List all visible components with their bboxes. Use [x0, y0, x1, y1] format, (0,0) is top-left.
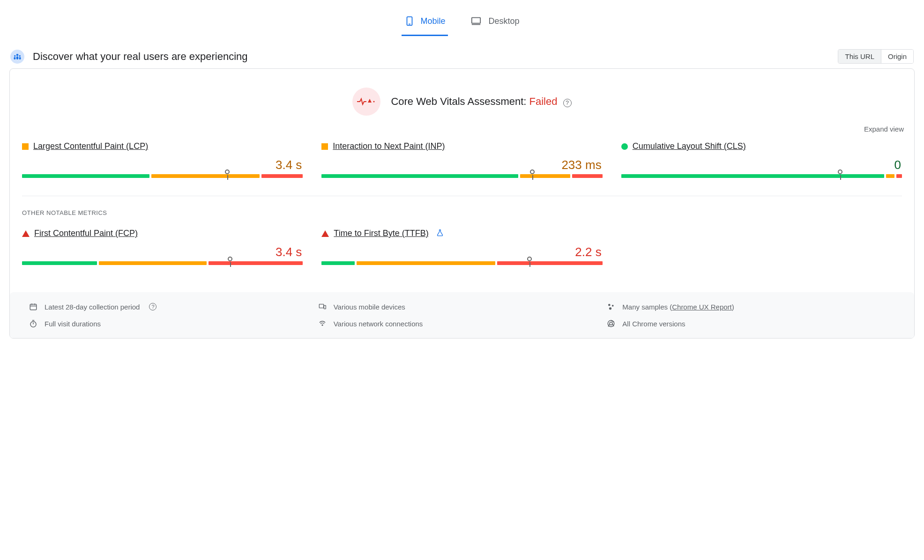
metric: Interaction to Next Paint (INP)233 ms [321, 141, 602, 184]
footer-samples: Many samples (Chrome UX Report) [606, 302, 895, 311]
bar-segment-red [261, 174, 303, 178]
mobile-icon [404, 14, 415, 28]
devices-icon [318, 303, 327, 310]
bar-segment-amber [886, 174, 894, 178]
device-tabs: Mobile Desktop [0, 0, 924, 36]
bar-segment-green [621, 174, 885, 178]
assessment-status: Failed [529, 96, 558, 107]
bar-segment-red [209, 261, 303, 265]
metric-name-link[interactable]: First Contentful Paint (FCP) [34, 228, 138, 238]
svg-rect-2 [472, 18, 480, 23]
seg-this-url[interactable]: This URL [838, 50, 881, 63]
bar-segment-green [22, 261, 97, 265]
svg-point-20 [609, 307, 611, 309]
metric-name-link[interactable]: Cumulative Layout Shift (CLS) [633, 141, 746, 151]
svg-point-24 [322, 324, 323, 325]
crux-link[interactable]: Chrome UX Report [672, 303, 732, 311]
expand-view-link[interactable]: Expand view [864, 125, 904, 133]
footer-chrome: All Chrome versions [606, 319, 895, 328]
metric-name-link[interactable]: Interaction to Next Paint (INP) [333, 141, 445, 151]
other-metrics-row: First Contentful Paint (FCP)3.4 sTime to… [18, 228, 906, 283]
bar-segment-amber [357, 261, 495, 265]
distribution-bar [321, 261, 602, 271]
footer-durations: Full visit durations [29, 319, 318, 328]
svg-rect-17 [324, 305, 326, 309]
metric-head: Interaction to Next Paint (INP) [321, 141, 602, 151]
distribution-bar [321, 174, 602, 184]
status-fail-icon [321, 230, 329, 237]
status-good-icon [621, 143, 628, 150]
percentile-marker [228, 257, 232, 261]
users-icon [10, 50, 24, 64]
help-icon[interactable]: ? [149, 303, 156, 310]
svg-point-5 [14, 55, 15, 56]
svg-point-6 [19, 55, 21, 56]
help-icon[interactable]: ? [563, 99, 572, 107]
seg-origin[interactable]: Origin [881, 50, 913, 63]
bar-segment-green [321, 261, 355, 265]
network-icon [318, 320, 327, 327]
status-warn-icon [321, 143, 328, 150]
metric-head: Cumulative Layout Shift (CLS) [621, 141, 902, 151]
tab-mobile[interactable]: Mobile [402, 9, 448, 36]
assessment-label: Core Web Vitals Assessment: [391, 96, 526, 107]
metric-head: First Contentful Paint (FCP) [22, 228, 303, 238]
metric-head: Largest Contentful Paint (LCP) [22, 141, 303, 151]
footer-devices-text: Various mobile devices [334, 303, 405, 311]
footer-durations-text: Full visit durations [45, 320, 101, 328]
desktop-icon [469, 16, 483, 26]
vitals-status-icon [352, 88, 380, 116]
bar-segment-red [572, 174, 603, 178]
footer-network: Various network connections [318, 319, 607, 328]
bar-segment-amber [99, 261, 207, 265]
metric: First Contentful Paint (FCP)3.4 s [22, 228, 303, 271]
svg-rect-9 [19, 57, 21, 59]
status-warn-icon [22, 143, 29, 150]
svg-point-11 [373, 101, 375, 103]
assessment-text: Core Web Vitals Assessment: Failed ? [391, 96, 571, 108]
footer-period: Latest 28-day collection period ? [29, 302, 318, 311]
metric-name-link[interactable]: Largest Contentful Paint (LCP) [33, 141, 148, 151]
footer-samples-text: Many samples (Chrome UX Report) [622, 303, 734, 311]
assessment-row: Core Web Vitals Assessment: Failed ? [18, 83, 906, 125]
svg-rect-16 [319, 304, 323, 308]
vitals-card: Core Web Vitals Assessment: Failed ? Exp… [9, 68, 915, 339]
percentile-marker [527, 257, 532, 261]
chrome-icon [606, 319, 616, 328]
other-metrics-label: OTHER NOTABLE METRICS [18, 196, 906, 228]
bar-segment-green [22, 174, 149, 178]
stopwatch-icon [29, 319, 38, 328]
distribution-bar [621, 174, 902, 184]
data-source-footer: Latest 28-day collection period ? Variou… [10, 292, 914, 338]
tab-desktop[interactable]: Desktop [467, 9, 522, 36]
page-title: Discover what your real users are experi… [33, 51, 248, 63]
svg-rect-8 [14, 57, 16, 59]
bar-segment-green [321, 174, 518, 178]
svg-rect-7 [16, 56, 19, 59]
distribution-bar [22, 174, 303, 184]
bar-segment-amber [520, 174, 570, 178]
distribution-bar [22, 261, 303, 271]
calendar-icon [29, 302, 38, 311]
core-metrics-row: Largest Contentful Paint (LCP)3.4 sInter… [18, 141, 906, 196]
metric-name-link[interactable]: Time to First Byte (TTFB) [334, 228, 428, 238]
percentile-marker [530, 169, 535, 174]
metric-value: 233 ms [321, 151, 602, 174]
footer-devices: Various mobile devices [318, 302, 607, 311]
svg-marker-10 [368, 99, 372, 103]
tab-mobile-label: Mobile [420, 16, 445, 26]
svg-rect-12 [30, 304, 37, 310]
tab-desktop-label: Desktop [488, 16, 519, 26]
metric: Cumulative Layout Shift (CLS)0 [621, 141, 902, 184]
bar-segment-amber [151, 174, 260, 178]
svg-point-4 [16, 54, 19, 56]
samples-icon [606, 302, 616, 311]
footer-network-text: Various network connections [334, 320, 423, 328]
footer-chrome-text: All Chrome versions [622, 320, 685, 328]
metric-value: 0 [621, 151, 902, 174]
metric-value: 3.4 s [22, 151, 303, 174]
status-fail-icon [22, 230, 30, 237]
metric-value: 2.2 s [321, 238, 602, 261]
metric-value: 3.4 s [22, 238, 303, 261]
svg-point-26 [610, 322, 612, 325]
